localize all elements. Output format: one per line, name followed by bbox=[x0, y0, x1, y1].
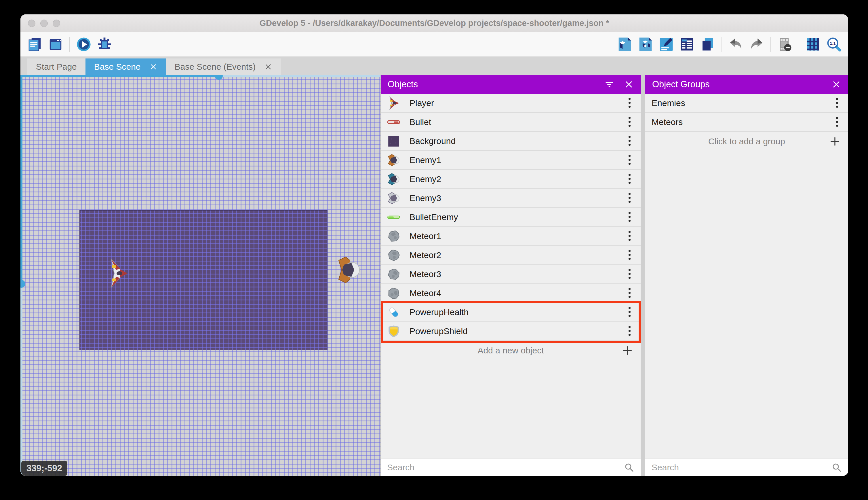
objects-panel-icon[interactable] bbox=[617, 36, 633, 53]
row-menu-icon[interactable] bbox=[625, 324, 634, 338]
object-thumbnail-icon bbox=[387, 268, 400, 281]
row-menu-icon[interactable] bbox=[625, 229, 634, 243]
row-menu-icon[interactable] bbox=[625, 115, 634, 129]
object-row[interactable]: Meteor4 bbox=[381, 284, 641, 303]
close-window-button[interactable] bbox=[28, 20, 35, 27]
project-manager-icon[interactable] bbox=[26, 36, 43, 53]
object-thumbnail-icon bbox=[387, 211, 400, 224]
object-name: Meteor2 bbox=[410, 250, 625, 260]
groups-panel-empty-area bbox=[645, 151, 848, 458]
row-menu-icon[interactable] bbox=[625, 191, 634, 205]
object-name: Player bbox=[410, 98, 625, 108]
redo-icon[interactable] bbox=[748, 36, 765, 53]
scene-properties-icon[interactable] bbox=[658, 36, 675, 53]
tab[interactable]: Base Scene bbox=[85, 58, 166, 75]
svg-text:1:1: 1:1 bbox=[830, 41, 836, 46]
enemy-ship-instance[interactable] bbox=[337, 256, 361, 284]
row-menu-icon[interactable] bbox=[625, 305, 634, 319]
object-thumbnail-icon bbox=[387, 306, 400, 319]
title-bar: GDevelop 5 - /Users/dkarakay/Documents/G… bbox=[21, 14, 848, 32]
tab[interactable]: Base Scene (Events) bbox=[166, 58, 281, 75]
object-row[interactable]: Meteor1 bbox=[381, 227, 641, 246]
object-row[interactable]: Bullet bbox=[381, 113, 641, 132]
row-menu-icon[interactable] bbox=[625, 267, 634, 281]
tab[interactable]: Start Page bbox=[27, 58, 85, 75]
fullscreen-window-button[interactable] bbox=[53, 20, 60, 27]
object-row[interactable]: Enemy2 bbox=[381, 170, 641, 189]
toolbar-divider bbox=[771, 37, 771, 52]
groups-search-input[interactable] bbox=[652, 463, 831, 472]
row-menu-icon[interactable] bbox=[625, 134, 634, 148]
vertical-scroll-track[interactable] bbox=[21, 75, 22, 476]
object-row[interactable]: Player bbox=[381, 94, 641, 113]
start-page-icon[interactable] bbox=[47, 36, 64, 53]
tab-close-icon[interactable] bbox=[264, 63, 272, 71]
zoom-original-icon[interactable]: 1:1 bbox=[825, 36, 842, 53]
object-row[interactable]: BulletEnemy bbox=[381, 208, 641, 227]
row-menu-icon[interactable] bbox=[625, 96, 634, 110]
object-thumbnail-icon bbox=[387, 96, 400, 110]
toolbar-divider bbox=[69, 37, 70, 52]
minimize-window-button[interactable] bbox=[40, 20, 48, 27]
horizontal-scroll-track[interactable] bbox=[21, 75, 380, 77]
player-ship-instance[interactable] bbox=[107, 258, 129, 289]
plus-icon[interactable] bbox=[829, 136, 841, 147]
add-object-label: Add a new object bbox=[478, 345, 544, 355]
object-name: Meteor4 bbox=[410, 288, 625, 298]
group-row[interactable]: Enemies bbox=[645, 94, 848, 113]
close-panel-icon[interactable] bbox=[831, 79, 841, 89]
horizontal-scroll-handle[interactable] bbox=[215, 75, 223, 80]
cursor-coordinates-badge: 339;-592 bbox=[21, 461, 67, 476]
main-content: 339;-592 Objects Player Bullet bbox=[21, 75, 848, 476]
objects-search-bar bbox=[381, 458, 641, 476]
add-object-button[interactable]: Add a new object bbox=[381, 341, 641, 360]
undo-icon[interactable] bbox=[728, 36, 744, 53]
object-thumbnail-icon bbox=[387, 192, 400, 205]
object-thumbnail-icon bbox=[387, 229, 400, 243]
object-row[interactable]: Meteor3 bbox=[381, 265, 641, 284]
vertical-scroll-thumb[interactable] bbox=[21, 75, 22, 284]
object-row[interactable]: PowerupShield bbox=[381, 322, 641, 341]
row-menu-icon[interactable] bbox=[625, 248, 634, 262]
toggle-instances-mask-icon[interactable] bbox=[776, 36, 793, 53]
toggle-grid-icon[interactable] bbox=[805, 36, 821, 53]
vertical-scroll-handle[interactable] bbox=[21, 280, 25, 288]
preview-play-icon[interactable] bbox=[75, 36, 92, 53]
toolbar-right-group: 1:1 bbox=[614, 36, 844, 53]
add-group-button[interactable]: Click to add a group bbox=[645, 132, 848, 151]
close-panel-icon[interactable] bbox=[624, 79, 634, 89]
search-icon[interactable] bbox=[831, 462, 842, 473]
scene-editor-canvas[interactable]: 339;-592 bbox=[21, 75, 380, 476]
layers-icon[interactable] bbox=[699, 36, 716, 53]
object-row[interactable]: Enemy1 bbox=[381, 151, 641, 170]
instances-list-icon[interactable] bbox=[679, 36, 695, 53]
group-name: Enemies bbox=[652, 98, 832, 108]
group-row[interactable]: Meteors bbox=[645, 113, 848, 132]
object-groups-panel-icon[interactable] bbox=[637, 36, 654, 53]
tab-close-icon[interactable] bbox=[149, 63, 157, 71]
horizontal-scroll-thumb[interactable] bbox=[21, 75, 219, 77]
row-menu-icon[interactable] bbox=[832, 96, 842, 110]
object-name: Enemy1 bbox=[410, 155, 625, 165]
toolbar-divider bbox=[722, 37, 722, 52]
row-menu-icon[interactable] bbox=[625, 172, 634, 186]
object-name: Enemy3 bbox=[410, 193, 625, 203]
plus-icon[interactable] bbox=[622, 345, 633, 356]
object-row[interactable]: Meteor2 bbox=[381, 246, 641, 265]
toolbar: 1:1 bbox=[21, 32, 848, 56]
object-row[interactable]: Background bbox=[381, 132, 641, 151]
objects-panel-title: Objects bbox=[388, 79, 595, 90]
object-thumbnail-icon bbox=[387, 249, 400, 262]
row-menu-icon[interactable] bbox=[625, 153, 634, 167]
objects-search-input[interactable] bbox=[387, 463, 624, 472]
object-row[interactable]: Enemy3 bbox=[381, 189, 641, 208]
row-menu-icon[interactable] bbox=[625, 210, 634, 224]
traffic-lights bbox=[28, 14, 60, 32]
object-groups-panel-title: Object Groups bbox=[652, 79, 822, 90]
row-menu-icon[interactable] bbox=[832, 115, 842, 129]
object-row[interactable]: PowerupHealth bbox=[381, 303, 641, 322]
debug-icon[interactable] bbox=[96, 36, 113, 53]
search-icon[interactable] bbox=[624, 462, 634, 473]
row-menu-icon[interactable] bbox=[625, 286, 634, 300]
filter-icon[interactable] bbox=[605, 79, 614, 89]
